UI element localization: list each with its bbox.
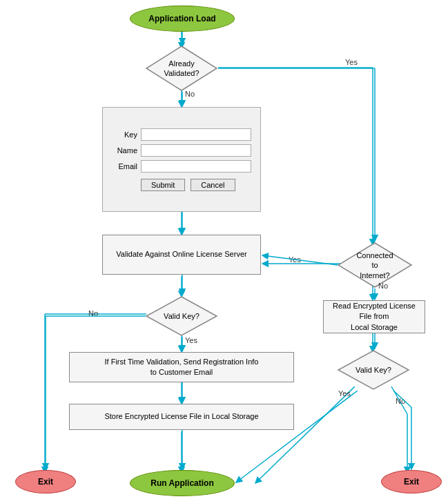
run-app-node: Run Application: [130, 470, 235, 496]
valid-key-left-diamond: Valid Key?: [145, 295, 218, 337]
svg-line-15: [255, 387, 355, 483]
valid-key-right-diamond: Valid Key?: [337, 349, 410, 391]
label-no-2: No: [378, 282, 388, 290]
label-yes-1: Yes: [345, 58, 358, 66]
key-input[interactable]: [141, 128, 251, 141]
label-no-right: No: [396, 397, 405, 405]
name-label: Name: [111, 146, 137, 155]
label-yes-2: Yes: [289, 255, 301, 264]
email-input[interactable]: [141, 160, 251, 173]
svg-marker-19: [338, 243, 411, 287]
key-label: Key: [111, 130, 137, 139]
label-no-1: No: [185, 90, 195, 98]
registration-form: Key Name Email Submit Cancel: [102, 107, 261, 212]
valid-key-left-label: Valid Key?: [164, 311, 199, 321]
read-license-box: Read Encrypted License File fromLocal St…: [323, 300, 425, 333]
valid-key-right-label: Valid Key?: [356, 365, 391, 375]
connected-internet-diamond: Connected toInternet?: [337, 242, 413, 288]
already-validated-label: AlreadyValidated?: [164, 59, 199, 79]
first-time-box: If First Time Validation, Send Registrat…: [69, 352, 294, 382]
name-input[interactable]: [141, 144, 251, 157]
label-no-left: No: [88, 309, 98, 317]
submit-button[interactable]: Submit: [141, 179, 185, 191]
label-yes-right: Yes: [338, 389, 351, 398]
store-license-box: Store Encrypted License File in Local St…: [69, 404, 294, 430]
app-load-node: Application Load: [130, 6, 235, 32]
email-label: Email: [111, 162, 137, 170]
svg-marker-21: [338, 351, 409, 389]
label-yes-left: Yes: [185, 336, 197, 344]
exit-right-node: Exit: [381, 470, 442, 493]
connected-internet-label: Connected toInternet?: [356, 251, 394, 280]
validate-server-box: Validate Against Online License Server: [102, 235, 261, 275]
already-validated-diamond: AlreadyValidated?: [145, 45, 218, 92]
cancel-button[interactable]: Cancel: [191, 179, 235, 191]
svg-marker-20: [146, 297, 217, 335]
exit-left-node: Exit: [15, 470, 76, 493]
svg-marker-18: [146, 46, 217, 90]
